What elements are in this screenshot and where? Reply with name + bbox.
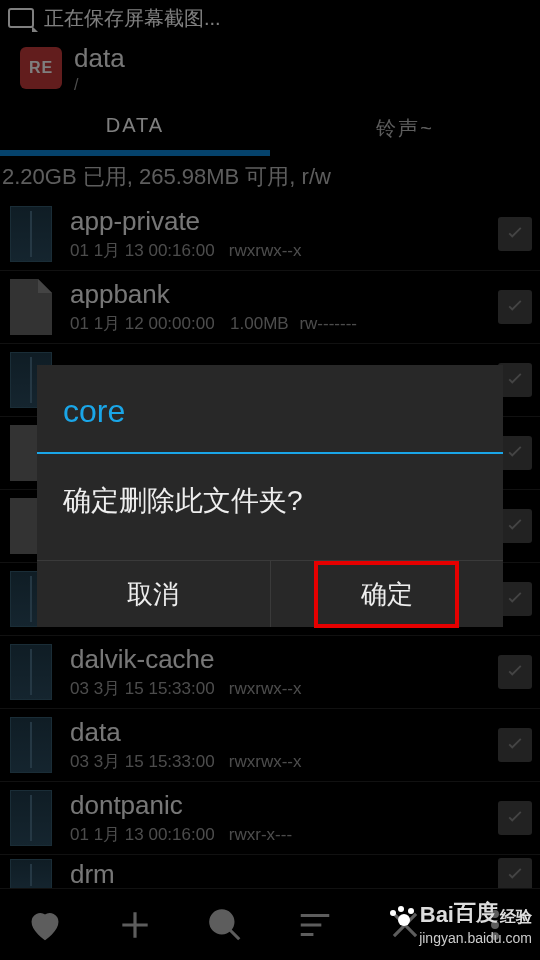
paw-icon	[390, 906, 418, 928]
dialog-title: core	[37, 365, 503, 452]
dialog-message: 确定删除此文件夹?	[37, 454, 503, 560]
cancel-button[interactable]: 取消	[37, 561, 270, 627]
ok-button[interactable]: 确定	[271, 561, 504, 627]
delete-dialog: core 确定删除此文件夹? 取消 确定	[37, 365, 503, 627]
watermark: Bai 百度 经验 jingyan.baidu.com	[390, 898, 532, 946]
